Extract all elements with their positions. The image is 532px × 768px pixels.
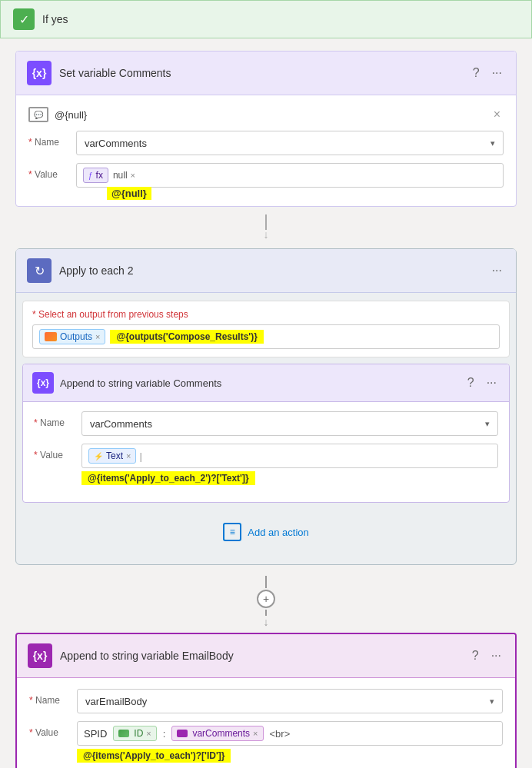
value-input[interactable]: ƒ fx null × (76, 163, 504, 188)
text-token-close[interactable]: × (126, 451, 131, 460)
name-row: Name varComments ▾ (28, 131, 504, 155)
inner-name-row: Name varComments ▾ (34, 411, 498, 436)
inner-card-title: Append to string variable Comments (60, 377, 458, 389)
set-variable-header: {x} Set variable Comments ? ··· (16, 52, 516, 95)
select-output-section: * Select an output from previous steps O… (22, 301, 510, 357)
inner-value-input[interactable]: ⚡ Text × | (81, 444, 498, 468)
emailbody-name-row: Name varEmailBody ▾ (29, 689, 503, 713)
id-token: ID × (113, 726, 156, 741)
page-container: ✓ If yes {x} Set variable Comments ? ··· (0, 0, 532, 768)
apply-title: Apply to each 2 (59, 264, 481, 277)
set-variable-card: {x} Set variable Comments ? ··· 💬 (15, 51, 517, 207)
add-action-icon-inner: ≡ (223, 523, 241, 541)
emailbody-name-label: Name (29, 689, 68, 706)
emailbody-name-dropdown: ▾ (490, 697, 494, 706)
emailbody-value-label: Value (29, 721, 68, 738)
comment-row: 💬 @{null} × (28, 106, 504, 123)
inner-name-label: Name (34, 411, 72, 428)
text-tooltip: @{items('Apply_to_each_2')?['Text']} (81, 471, 255, 485)
if-yes-label: If yes (42, 13, 68, 25)
apply-icon: ↻ (27, 258, 52, 283)
null-close[interactable]: × (131, 171, 135, 180)
text-token-icon: ⚡ (94, 452, 103, 460)
inner-name-input[interactable]: varComments ▾ (81, 411, 498, 436)
set-variable-actions: ? ··· (470, 65, 505, 81)
varcomments-token: varComments × (171, 726, 263, 741)
inner-name-dropdown: ▾ (485, 419, 490, 429)
value-label: Value (28, 163, 67, 180)
br-text: <br> (270, 728, 291, 740)
set-variable-title: Set variable Comments (59, 67, 462, 79)
name-input[interactable]: varComments ▾ (76, 131, 504, 155)
output-input[interactable]: Outputs × @{outputs('Compose_Results')} (32, 324, 500, 349)
apply-actions: ··· (489, 262, 505, 279)
emailbody-body: Name varEmailBody ▾ Value SPID (17, 678, 515, 768)
emailbody-value-input[interactable]: SPID ID × : varComments × (77, 721, 503, 746)
null-tooltip: @{null} (107, 187, 151, 200)
spid-text: SPID (84, 728, 107, 740)
inner-value-row: Value ⚡ Text × | (34, 444, 498, 485)
text-token: ⚡ Text × (88, 448, 136, 464)
connector-line-1 (265, 214, 267, 230)
add-action-button-inner[interactable]: ≡ Add an action (211, 517, 321, 547)
emailbody-icon: {x} (28, 643, 52, 668)
emailbody-name-input[interactable]: varEmailBody ▾ (77, 689, 503, 713)
plus-button[interactable]: + (257, 590, 275, 608)
cursor: | (139, 450, 141, 462)
id-tooltip: @{items('Apply_to_each')?['ID']} (77, 749, 231, 763)
var-token-icon (177, 730, 188, 737)
output-token-close[interactable]: × (95, 332, 100, 341)
emailbody-more-button[interactable]: ··· (488, 647, 504, 664)
connector-arrow-1: ↓ (264, 228, 269, 241)
comment-close-button[interactable]: × (490, 106, 504, 123)
connector2-arrow: ↓ (264, 616, 269, 628)
inner-append-header: {x} Append to string variable Comments ?… (23, 364, 509, 402)
var-token-close[interactable]: × (253, 729, 258, 738)
inner-help-button[interactable]: ? (464, 374, 477, 391)
fx-token: ƒ fx (83, 168, 108, 183)
separator: : (163, 728, 166, 740)
apply-header: ↻ Apply to each 2 ··· (16, 249, 516, 293)
section-connector: + ↓ (15, 571, 517, 633)
apply-more-button[interactable]: ··· (489, 262, 505, 279)
inner-value-label: Value (34, 444, 72, 460)
if-yes-check-icon: ✓ (13, 8, 35, 30)
outputs-token: Outputs × (39, 329, 105, 344)
output-tooltip: @{outputs('Compose_Results')} (110, 330, 263, 344)
inner-append-card: {x} Append to string variable Comments ?… (22, 364, 510, 503)
id-token-icon (118, 730, 129, 737)
set-variable-icon: {x} (27, 61, 52, 85)
emailbody-card: {x} Append to string variable EmailBody … (15, 633, 517, 768)
fx-icon: ƒ (88, 171, 93, 180)
emailbody-title: Append to string variable EmailBody (60, 650, 461, 662)
section-line-bottom (265, 610, 267, 616)
emailbody-help-button[interactable]: ? (469, 647, 482, 664)
main-content: {x} Set variable Comments ? ··· 💬 (0, 38, 532, 768)
set-variable-body: 💬 @{null} × Name varComments ▾ (16, 95, 516, 206)
name-dropdown-arrow: ▾ (490, 138, 495, 148)
section-line-top (265, 576, 267, 588)
emailbody-header: {x} Append to string variable EmailBody … (17, 634, 515, 678)
name-label: Name (28, 131, 67, 148)
comment-text: @{null} (55, 109, 87, 121)
add-action-container: ≡ Add an action (16, 510, 516, 554)
select-output-label: * Select an output from previous steps (32, 309, 500, 320)
connector-1: ↓ (15, 214, 517, 241)
outputs-token-icon (45, 332, 57, 341)
id-token-close[interactable]: × (146, 729, 151, 738)
comment-icon: 💬 (28, 107, 48, 122)
set-variable-more-button[interactable]: ··· (489, 65, 505, 81)
inner-more-button[interactable]: ··· (484, 374, 500, 391)
set-variable-help-button[interactable]: ? (470, 65, 483, 81)
emailbody-value-row: Value SPID ID × : var (29, 721, 503, 763)
inner-card-icon: {x} (32, 372, 54, 394)
if-yes-header: ✓ If yes (0, 0, 532, 38)
value-row: Value ƒ fx null × @{null} (28, 163, 504, 188)
inner-card-body: Name varComments ▾ Value ⚡ (23, 402, 509, 502)
apply-to-each-card: ↻ Apply to each 2 ··· * Select an output… (15, 248, 517, 565)
